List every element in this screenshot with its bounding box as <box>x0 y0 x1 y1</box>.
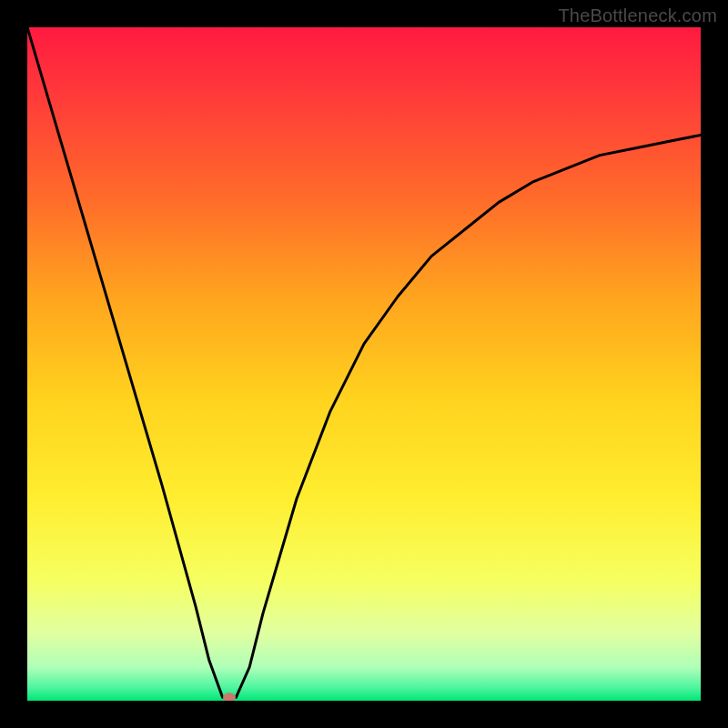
chart-frame: TheBottleneck.com <box>0 0 728 728</box>
plot-area <box>27 27 701 701</box>
plot-svg <box>27 27 701 701</box>
watermark-label: TheBottleneck.com <box>558 5 717 26</box>
gradient-background <box>27 27 701 701</box>
